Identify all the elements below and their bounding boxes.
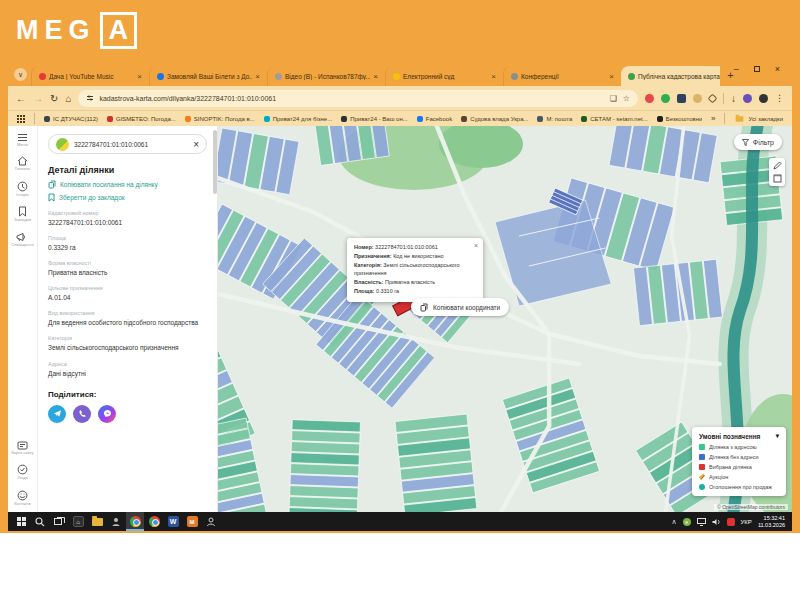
bookmark-item[interactable]: Судова влада Укра... <box>461 116 528 122</box>
extension-dark-icon[interactable] <box>677 94 686 103</box>
medoc-button[interactable]: M <box>183 512 201 531</box>
bookmark-item[interactable]: Приват24 для бізне... <box>264 116 333 122</box>
contacts-app-button[interactable] <box>202 512 220 531</box>
parcel-popup: × Номер: 3222784701:01:010:0061 Призначе… <box>347 238 483 302</box>
word-button[interactable]: W <box>164 512 182 531</box>
bookmark-item[interactable]: GISMETEO: Погода... <box>107 116 176 122</box>
bookmark-icon <box>48 193 55 202</box>
chrome-second-button[interactable] <box>145 512 163 531</box>
url-text[interactable]: kadastrova-karta.com/dilyanka/3222784701… <box>99 95 604 102</box>
minimize-button[interactable]: – <box>734 64 739 74</box>
bookmark-star-icon[interactable]: ☆ <box>623 94 630 103</box>
browser-tab[interactable]: Замовляй Ваші Білети з До... × <box>149 66 267 86</box>
alert-icon[interactable] <box>727 518 735 526</box>
bookmarks-overflow-icon[interactable]: » <box>711 114 715 123</box>
language-indicator[interactable]: УКР <box>741 519 752 525</box>
reload-icon[interactable]: ↻ <box>50 93 58 104</box>
rail-menu-button[interactable]: Меню <box>17 133 28 147</box>
start-button[interactable] <box>12 512 30 531</box>
site-info-icon[interactable] <box>86 94 94 102</box>
all-bookmarks-button[interactable]: Усі закладки <box>734 115 783 123</box>
tab-close-icon[interactable]: × <box>255 72 260 81</box>
panel-scrollbar[interactable] <box>213 130 217 194</box>
rail-terms-button[interactable]: Угода <box>17 464 28 480</box>
filter-button[interactable]: Фільтр <box>734 134 782 150</box>
tab-strip: ∨ Дача | YouTube Music × Замовляй Ваші Б… <box>8 62 792 86</box>
screen-share-icon[interactable]: ❏ <box>610 94 617 103</box>
draw-icon[interactable] <box>773 161 782 170</box>
tray-expand-icon[interactable]: ∧ <box>671 518 676 526</box>
tab-close-icon[interactable]: × <box>609 72 614 81</box>
legend-title-row[interactable]: Умовні позначення ▾ <box>699 432 779 440</box>
back-icon[interactable]: ← <box>16 93 26 104</box>
telegram-icon[interactable] <box>48 405 66 423</box>
tab-close-icon[interactable]: × <box>137 72 142 81</box>
popup-row-label: Категорія: <box>354 262 382 268</box>
rail-home-button[interactable]: Головна <box>15 156 30 171</box>
forward-icon[interactable]: → <box>33 93 43 104</box>
display-icon[interactable] <box>697 518 706 526</box>
home-icon[interactable]: ⌂ <box>65 93 71 104</box>
messenger-icon[interactable] <box>98 405 116 423</box>
search-input[interactable]: 3222784701:01:010:0061 <box>74 141 188 148</box>
bookmark-item[interactable]: М: пошта <box>537 116 572 122</box>
taskbar-clock[interactable]: 15:32:41 11.03.2026 <box>758 515 785 529</box>
popup-row-label: Власність: <box>354 279 383 285</box>
rail-contacts-button[interactable]: Контакти <box>14 490 31 506</box>
close-icon[interactable]: × <box>193 139 199 150</box>
address-bar[interactable]: kadastrova-karta.com/dilyanka/3222784701… <box>78 90 638 107</box>
bookmark-item[interactable]: SINOPTIK: Погода в... <box>185 116 255 122</box>
legend-swatch <box>699 444 705 450</box>
viber-icon[interactable] <box>73 405 91 423</box>
task-view-button[interactable] <box>50 512 68 531</box>
chevron-down-icon[interactable]: ▾ <box>776 432 779 440</box>
chrome-active-button[interactable] <box>126 512 144 531</box>
close-button[interactable]: × <box>775 64 780 74</box>
profile-avatar[interactable] <box>759 94 768 103</box>
antivirus-icon[interactable]: e <box>683 518 691 526</box>
browser-menu-icon[interactable]: ⋮ <box>775 93 784 103</box>
extension-adblock-icon[interactable] <box>645 94 654 103</box>
taskbar-search-button[interactable] <box>31 512 49 531</box>
volume-icon[interactable] <box>712 518 721 526</box>
popup-row-value: Приватна власність <box>385 279 435 285</box>
popup-close-icon[interactable]: × <box>474 240 478 251</box>
browser-tab[interactable]: Конференції × <box>503 66 621 86</box>
download-icon[interactable]: ↓ <box>731 93 736 104</box>
save-bookmark-button[interactable]: Зберегти до закладок <box>48 193 207 202</box>
person-icon <box>206 517 216 527</box>
copy-coordinates-button[interactable]: Копіювати координати <box>411 298 509 316</box>
tab-close-icon[interactable]: × <box>491 72 496 81</box>
measure-icon[interactable] <box>773 174 782 183</box>
browser-tab[interactable]: Електронний суд × <box>385 66 503 86</box>
rail-bookmarks-button[interactable]: Закладки <box>14 206 31 222</box>
apps-grid-icon[interactable] <box>17 115 25 123</box>
extension-tan-icon[interactable] <box>693 94 702 103</box>
bookmark-item[interactable]: СЕТАМ - setam.net... <box>581 116 647 122</box>
map-attribution: © OpenStreetMap contributors <box>714 504 788 510</box>
file-explorer-button[interactable] <box>88 512 106 531</box>
rail-sitemap-button[interactable]: Карта сайту <box>11 441 33 455</box>
tab-close-icon[interactable]: × <box>373 72 378 81</box>
browser-tab[interactable]: Відео (В) - Испанков787фу... × <box>267 66 385 86</box>
app-gray-button[interactable] <box>107 512 125 531</box>
browser-tab[interactable]: Дача | YouTube Music × <box>31 66 149 86</box>
bookmark-items: ІС ДТУЧАС(112) GISMETEO: Погода... SINOP… <box>44 116 702 122</box>
bookmark-item[interactable]: Приват24 - Ваш он... <box>341 116 408 122</box>
tab-search-icon[interactable]: ∨ <box>14 68 27 81</box>
bookmark-item[interactable]: Безкоштовний зап... <box>657 116 702 122</box>
copy-link-button[interactable]: Копіювати посилання на ділянку <box>48 180 207 189</box>
browser-tab[interactable]: Публічна кадастрова карта У... × <box>621 66 720 86</box>
bookmark-item[interactable]: ІС ДТУЧАС(112) <box>44 116 98 122</box>
rail-notifications-button[interactable]: Сповіщення <box>11 232 33 247</box>
maximize-button[interactable] <box>754 66 760 72</box>
chrome-icon <box>149 516 160 527</box>
parcel-search[interactable]: 3222784701:01:010:0061 × <box>48 134 207 154</box>
extension-pentagon-icon[interactable] <box>708 93 718 103</box>
store-button[interactable]: ⌂ <box>69 512 87 531</box>
extension-check-icon[interactable] <box>661 94 670 103</box>
rail-history-button[interactable]: Історія <box>16 181 28 197</box>
bookmark-favicon <box>417 116 423 122</box>
bookmark-item[interactable]: Facebook <box>417 116 452 122</box>
extension-puzzle-icon[interactable] <box>743 94 752 103</box>
